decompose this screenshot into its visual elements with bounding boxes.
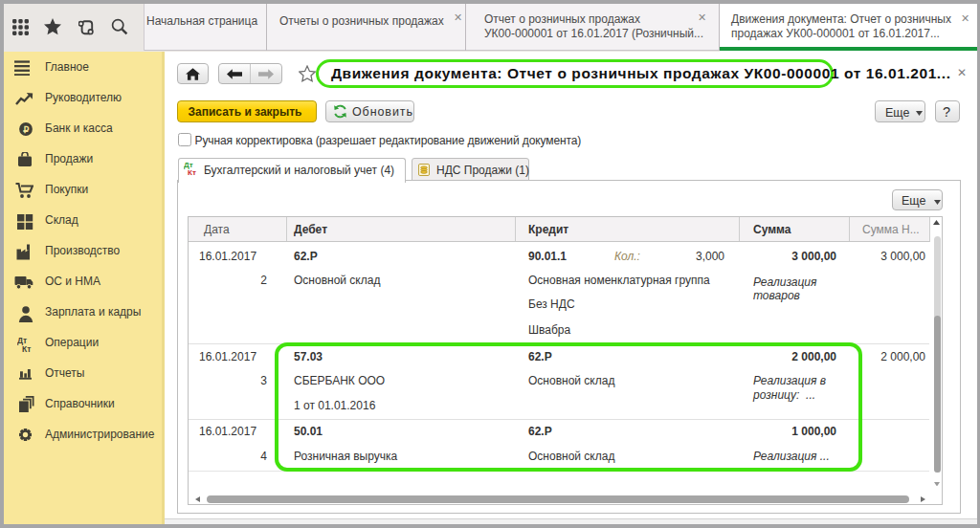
- svg-text:Кт: Кт: [188, 168, 196, 176]
- svg-text:₽: ₽: [23, 123, 29, 134]
- svg-text:Кт: Кт: [22, 344, 31, 353]
